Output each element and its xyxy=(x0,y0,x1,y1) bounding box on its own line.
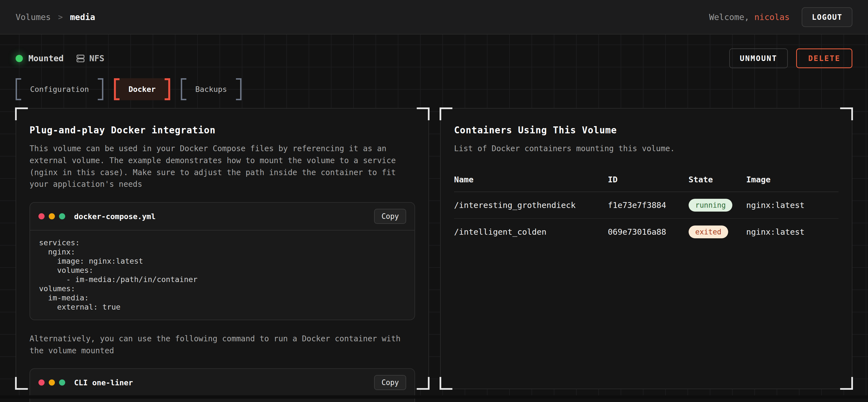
panel-corner-mark xyxy=(417,107,430,120)
compose-code: services: nginx: image: nginx:latest vol… xyxy=(39,238,406,312)
panel-corner-mark xyxy=(440,107,453,120)
containers-table-header-row: Name ID State Image xyxy=(454,169,838,192)
column-header-name: Name xyxy=(454,169,608,192)
column-header-image: Image xyxy=(746,169,838,192)
docker-panel-description: This volume can be used in your Docker C… xyxy=(30,143,415,191)
docker-panel-title: Plug-and-play Docker integration xyxy=(30,125,415,136)
tab-configuration[interactable]: Configuration xyxy=(16,78,103,100)
compose-code-body: services: nginx: image: nginx:latest vol… xyxy=(30,231,414,320)
volume-status: Mounted NFS xyxy=(16,54,104,63)
traffic-green-icon xyxy=(59,379,65,386)
column-header-state: State xyxy=(689,169,746,192)
welcome-text: Welcome, nicolas xyxy=(709,12,789,22)
panel-corner-mark xyxy=(840,107,853,120)
cli-code-header: CLI one-liner Copy xyxy=(30,369,414,397)
panel-corner-mark xyxy=(417,377,430,390)
bracket-left-icon xyxy=(181,78,186,100)
header-right: Welcome, nicolas LOGOUT xyxy=(709,7,852,27)
containers-panel-subtitle: List of Docker containers mounting this … xyxy=(454,143,838,155)
server-icon xyxy=(76,54,85,63)
table-row: /interesting_grothendieck f1e73e7f3884 r… xyxy=(454,192,838,219)
traffic-light-icons xyxy=(38,379,65,386)
table-row: /intelligent_colden 069e73016a88 exited … xyxy=(454,219,838,245)
breadcrumb-volumes-link[interactable]: Volumes xyxy=(16,12,51,22)
containers-panel-title: Containers Using This Volume xyxy=(454,125,838,136)
compose-filename: docker-compose.yml xyxy=(74,212,156,221)
panel-corner-mark xyxy=(440,377,453,390)
footer-strip xyxy=(0,395,868,399)
container-name: /interesting_grothendieck xyxy=(454,192,608,219)
compose-copy-button[interactable]: Copy xyxy=(374,209,406,224)
tab-backups[interactable]: Backups xyxy=(181,78,242,100)
driver-status: NFS xyxy=(76,54,104,63)
traffic-green-icon xyxy=(59,213,65,220)
panel-corner-mark xyxy=(15,107,28,120)
tab-docker[interactable]: Docker xyxy=(114,78,170,100)
panel-corner-mark xyxy=(840,377,853,390)
traffic-red-icon xyxy=(38,213,44,220)
bracket-right-icon xyxy=(165,78,170,100)
containers-panel: Containers Using This Volume List of Doc… xyxy=(440,108,852,389)
cli-copy-button[interactable]: Copy xyxy=(374,375,406,390)
bracket-left-icon xyxy=(16,78,21,100)
bracket-right-icon xyxy=(236,78,242,100)
delete-button[interactable]: DELETE xyxy=(796,48,852,68)
username: nicolas xyxy=(754,12,789,22)
logout-button[interactable]: LOGOUT xyxy=(802,7,852,27)
traffic-red-icon xyxy=(38,379,44,386)
container-id: 069e73016a88 xyxy=(608,219,689,245)
panel-corner-mark xyxy=(15,377,28,390)
cli-intro-text: Alternatively, you can use the following… xyxy=(30,333,415,357)
traffic-light-icons xyxy=(38,213,65,220)
docker-integration-panel: Plug-and-play Docker integration This vo… xyxy=(16,108,429,389)
driver-label: NFS xyxy=(89,54,104,63)
mounted-label: Mounted xyxy=(28,54,63,63)
welcome-prefix: Welcome, xyxy=(709,12,754,22)
mounted-indicator-dot xyxy=(16,55,23,62)
bracket-right-icon xyxy=(98,78,103,100)
container-id: f1e73e7f3884 xyxy=(608,192,689,219)
traffic-yellow-icon xyxy=(49,213,55,220)
status-badge: running xyxy=(689,199,733,211)
tab-backups-label: Backups xyxy=(195,85,227,94)
compose-code-card: docker-compose.yml Copy services: nginx:… xyxy=(30,202,415,320)
status-badge: exited xyxy=(689,226,728,238)
bracket-left-icon xyxy=(114,78,120,100)
breadcrumb-separator-icon: > xyxy=(58,12,63,22)
panels-row: Plug-and-play Docker integration This vo… xyxy=(16,108,852,389)
container-image: nginx:latest xyxy=(746,219,838,245)
breadcrumb: Volumes > media xyxy=(16,12,95,22)
traffic-yellow-icon xyxy=(49,379,55,386)
main-content: Mounted NFS UNMOUNT DELETE xyxy=(0,35,868,399)
tab-configuration-label: Configuration xyxy=(30,85,89,94)
column-header-id: ID xyxy=(608,169,689,192)
compose-code-header: docker-compose.yml Copy xyxy=(30,203,414,231)
container-image: nginx:latest xyxy=(746,192,838,219)
status-row: Mounted NFS UNMOUNT DELETE xyxy=(16,35,852,68)
containers-table: Name ID State Image /interesting_grothen… xyxy=(454,169,838,245)
tab-docker-label: Docker xyxy=(128,85,156,94)
tab-bar: Configuration Docker Backups xyxy=(16,78,852,100)
top-bar: Volumes > media Welcome, nicolas LOGOUT xyxy=(0,0,868,35)
cli-title: CLI one-liner xyxy=(74,378,133,387)
volume-actions: UNMOUNT DELETE xyxy=(729,48,852,68)
unmount-button[interactable]: UNMOUNT xyxy=(729,48,788,68)
breadcrumb-current-volume: media xyxy=(70,12,95,22)
mounted-status: Mounted xyxy=(16,54,63,63)
container-name: /intelligent_colden xyxy=(454,219,608,245)
